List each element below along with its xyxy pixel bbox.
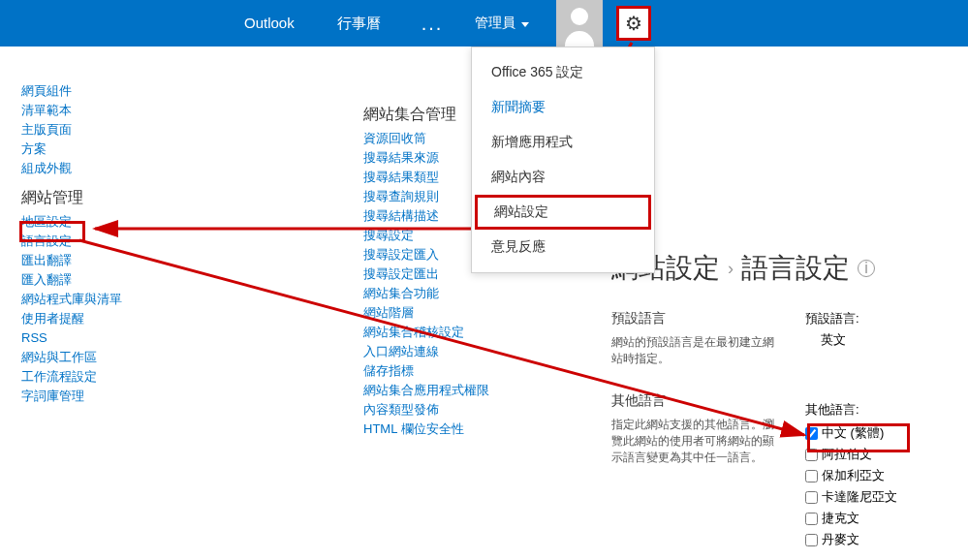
arrow-annotation-2 [89, 219, 477, 238]
default-language-value: 英文 [821, 331, 897, 349]
nav-calendar[interactable]: 行事曆 [316, 0, 402, 47]
highlight-language-settings-link [19, 221, 85, 242]
section-site-admin: 網站管理 [21, 188, 122, 208]
svg-line-2 [79, 240, 804, 435]
lang-checkbox-da[interactable] [805, 534, 818, 546]
lang-checkbox-cs[interactable] [805, 513, 818, 525]
user-name-label: 管理員 [475, 15, 515, 32]
settings-gear-button[interactable]: ⚙ [616, 6, 651, 41]
dd-site-contents[interactable]: 網站內容 [472, 160, 654, 195]
link-solutions[interactable]: 方案 [21, 140, 122, 159]
gear-icon: ⚙ [625, 12, 642, 35]
avatar[interactable] [556, 0, 603, 47]
alt-languages-label: 其他語言: [805, 401, 897, 419]
avatar-head-icon [571, 8, 588, 25]
default-language-label: 預設語言: [805, 310, 897, 327]
dd-site-settings[interactable]: 網站設定 [475, 195, 651, 230]
lang-label-cs: 捷克文 [822, 508, 859, 529]
dd-feedback[interactable]: 意見反應 [472, 230, 654, 264]
link-web-parts[interactable]: 網頁組件 [21, 81, 122, 101]
lang-label-bg: 保加利亞文 [822, 465, 885, 486]
lang-row-cs[interactable]: 捷克文 [805, 508, 897, 529]
dd-news[interactable]: 新聞摘要 [472, 90, 654, 125]
arrow-annotation-3 [78, 238, 814, 442]
nav-outlook[interactable]: Outlook [223, 0, 316, 47]
settings-dropdown: Office 365 設定 新聞摘要 新增應用程式 網站內容 網站設定 意見反應 [471, 47, 655, 273]
dd-add-app[interactable]: 新增應用程式 [472, 125, 654, 160]
lang-row-da[interactable]: 丹麥文 [805, 529, 897, 550]
lang-label-da: 丹麥文 [822, 529, 859, 550]
lang-checkbox-bg[interactable] [805, 470, 818, 482]
link-master-pages[interactable]: 主版頁面 [21, 120, 122, 140]
user-menu[interactable]: 管理員 [475, 15, 529, 32]
info-icon[interactable]: i [858, 260, 875, 277]
nav-more-icon[interactable]: ... [402, 0, 463, 47]
link-list-templates[interactable]: 清單範本 [21, 101, 122, 120]
highlight-chinese-traditional-checkbox [807, 423, 910, 452]
caret-down-icon [521, 22, 529, 27]
lang-row-ca[interactable]: 卡達隆尼亞文 [805, 486, 897, 508]
app-header: Outlook 行事曆 ... 管理員 [0, 0, 968, 47]
lang-checkbox-ca[interactable] [805, 491, 818, 504]
dd-office365-settings[interactable]: Office 365 設定 [472, 55, 654, 90]
lang-label-ca: 卡達隆尼亞文 [822, 486, 897, 508]
lang-row-bg[interactable]: 保加利亞文 [805, 465, 897, 486]
link-composed-looks[interactable]: 組成外觀 [21, 159, 122, 178]
